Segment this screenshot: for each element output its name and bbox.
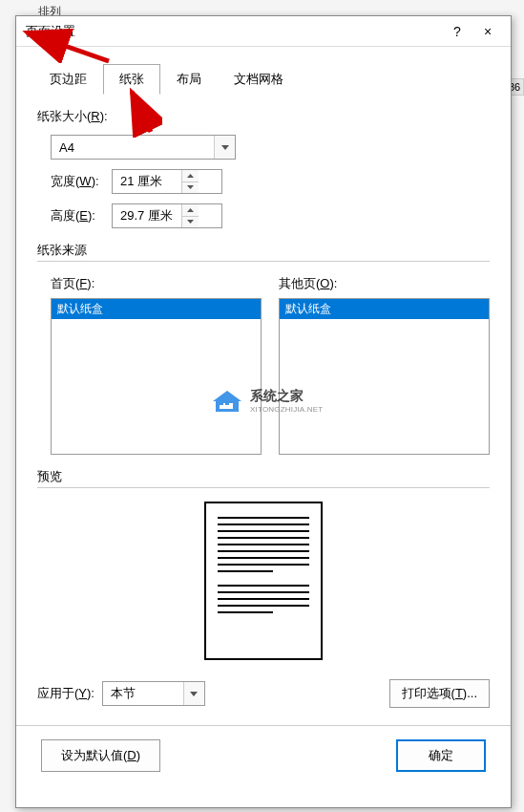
paper-size-combo[interactable] bbox=[51, 135, 236, 160]
paper-size-dropdown-arrow[interactable] bbox=[214, 136, 235, 159]
tab-margins[interactable]: 页边距 bbox=[33, 64, 103, 95]
set-default-button[interactable]: 设为默认值(D) bbox=[41, 739, 160, 772]
print-options-button[interactable]: 打印选项(T)... bbox=[389, 679, 490, 708]
preview-thumbnail bbox=[204, 502, 323, 660]
preview-label: 预览 bbox=[37, 468, 490, 485]
other-pages-item[interactable]: 默认纸盒 bbox=[280, 299, 489, 319]
height-up[interactable] bbox=[182, 204, 199, 217]
other-pages-label: 其他页(O): bbox=[279, 275, 490, 292]
paper-size-label: 纸张大小(R): bbox=[37, 108, 490, 125]
ok-button[interactable]: 确定 bbox=[396, 739, 486, 772]
help-button[interactable]: ? bbox=[442, 18, 472, 45]
height-spinner[interactable] bbox=[112, 203, 222, 228]
height-down[interactable] bbox=[182, 217, 199, 228]
width-up[interactable] bbox=[182, 170, 199, 182]
paper-source-label: 纸张来源 bbox=[37, 242, 490, 259]
other-pages-listbox[interactable]: 默认纸盒 bbox=[279, 298, 490, 455]
apply-to-input[interactable] bbox=[103, 682, 183, 705]
apply-to-label: 应用于(Y): bbox=[37, 685, 94, 702]
paper-size-input[interactable] bbox=[52, 136, 214, 159]
first-page-item[interactable]: 默认纸盒 bbox=[52, 299, 261, 319]
height-label: 高度(E): bbox=[51, 207, 112, 224]
close-button[interactable]: × bbox=[472, 18, 503, 45]
apply-to-arrow[interactable] bbox=[183, 682, 204, 705]
tab-list: 页边距 纸张 布局 文档网格 bbox=[16, 47, 511, 95]
titlebar: 页面设置 ? × bbox=[16, 16, 511, 47]
dialog-content: 纸张大小(R): 宽度(W): bbox=[16, 95, 511, 785]
page-setup-dialog: 页面设置 ? × 页边距 纸张 布局 文档网格 纸张大小(R): 宽度(W): bbox=[15, 15, 512, 808]
width-down[interactable] bbox=[182, 182, 199, 194]
dialog-title: 页面设置 bbox=[24, 23, 442, 40]
first-page-listbox[interactable]: 默认纸盒 bbox=[51, 298, 262, 455]
first-page-label: 首页(F): bbox=[51, 275, 262, 292]
tab-paper[interactable]: 纸张 bbox=[103, 64, 160, 95]
tab-layout[interactable]: 布局 bbox=[160, 64, 218, 95]
apply-to-combo[interactable] bbox=[102, 681, 205, 706]
height-input[interactable] bbox=[113, 204, 181, 227]
width-input[interactable] bbox=[113, 170, 181, 193]
width-spinner[interactable] bbox=[112, 169, 222, 194]
width-label: 宽度(W): bbox=[51, 173, 112, 190]
tab-grid[interactable]: 文档网格 bbox=[218, 64, 300, 95]
